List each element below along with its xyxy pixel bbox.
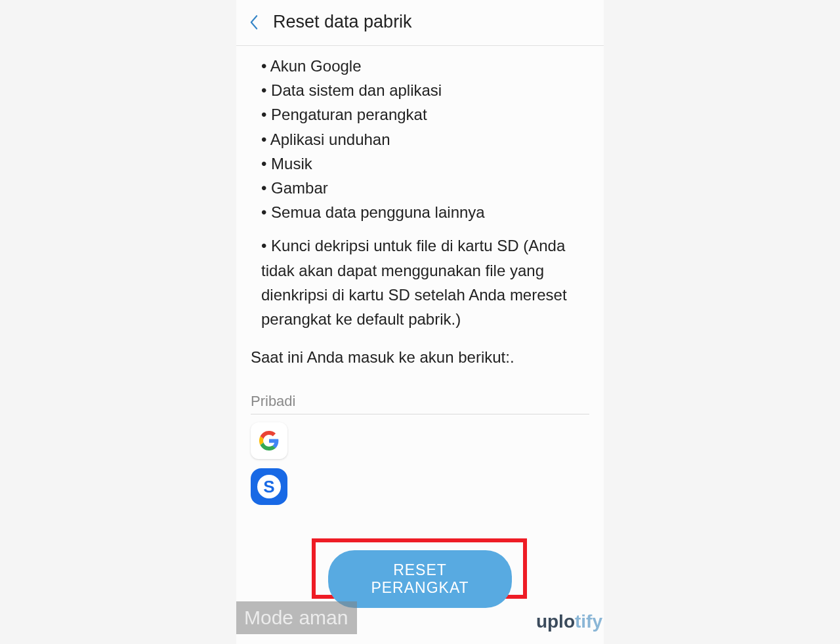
safe-mode-label: Mode aman [236,601,357,634]
section-label-personal: Pribadi [251,393,589,414]
bullet-item: • Pengaturan perangkat [261,102,589,127]
bullet-item: • Musik [261,151,589,176]
back-icon[interactable] [248,13,261,31]
bullet-item-multiline: • Kunci dekripsi untuk file di kartu SD … [261,233,589,331]
bullet-item: • Aplikasi unduhan [261,127,589,151]
watermark: uplotify [536,611,602,632]
header: Reset data pabrik [236,0,604,46]
reset-device-button[interactable]: RESET PERANGKAT [328,550,512,608]
content-area: • Akun Google • Data sistem dan aplikasi… [236,46,604,505]
account-icons: S [251,422,589,505]
page-title: Reset data pabrik [273,12,412,32]
bullet-item: • Semua data pengguna lainnya [261,200,589,224]
bullet-item: • Akun Google [261,54,589,78]
bullet-item: • Gambar [261,176,589,200]
bullet-item: • Data sistem dan aplikasi [261,78,589,102]
bullet-list: • Akun Google • Data sistem dan aplikasi… [251,54,589,331]
account-info-text: Saat ini Anda masuk ke akun berikut:. [251,348,589,367]
samsung-account-icon[interactable]: S [251,468,287,505]
google-account-icon[interactable] [251,422,287,459]
